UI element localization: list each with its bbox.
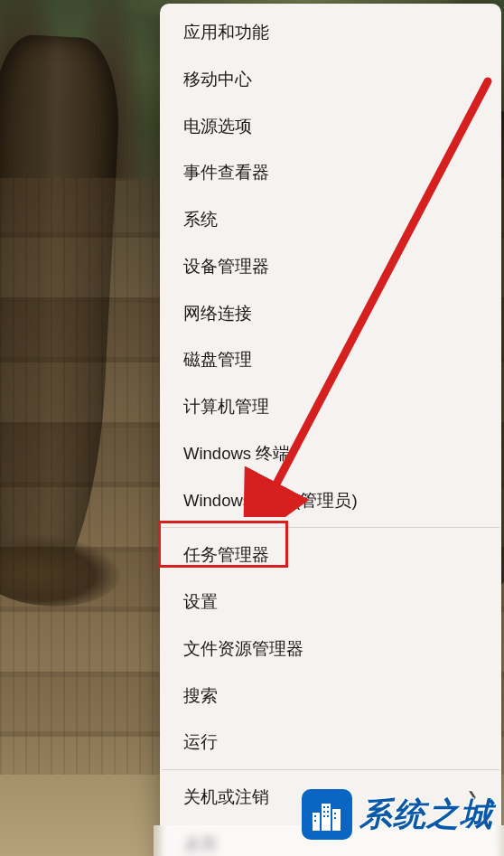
watermark: 系统之城 — [302, 789, 493, 840]
menu-item-device-manager[interactable]: 设备管理器 — [160, 243, 501, 290]
menu-item-label: 系统 — [183, 207, 218, 232]
menu-item-windows-terminal[interactable]: Windows 终端 — [160, 430, 501, 477]
svg-rect-7 — [323, 811, 325, 813]
menu-item-settings[interactable]: 设置 — [160, 579, 501, 626]
winx-context-menu: 应用和功能 移动中心 电源选项 事件查看器 系统 设备管理器 网络连接 磁盘管理… — [160, 4, 501, 856]
menu-item-system[interactable]: 系统 — [160, 196, 501, 243]
menu-item-apps-features[interactable]: 应用和功能 — [160, 9, 501, 56]
svg-rect-14 — [334, 817, 336, 819]
wallpaper-tree-left — [0, 33, 123, 599]
menu-item-label: 磁盘管理 — [183, 347, 252, 372]
menu-item-label: 搜索 — [183, 683, 218, 709]
svg-rect-10 — [327, 815, 329, 817]
menu-item-disk-management[interactable]: 磁盘管理 — [160, 336, 501, 383]
menu-divider — [162, 527, 499, 528]
menu-item-run[interactable]: 运行 — [160, 719, 501, 766]
svg-rect-9 — [323, 815, 325, 817]
menu-item-label: 电源选项 — [183, 114, 252, 139]
svg-rect-4 — [332, 809, 341, 831]
menu-item-search[interactable]: 搜索 — [160, 673, 501, 720]
menu-item-label: 运行 — [183, 729, 218, 755]
svg-rect-5 — [323, 806, 325, 808]
city-buildings-icon — [302, 789, 352, 840]
menu-item-label: 设置 — [183, 589, 218, 615]
menu-item-power-options[interactable]: 电源选项 — [160, 103, 501, 150]
svg-rect-12 — [314, 820, 316, 822]
menu-item-event-viewer[interactable]: 事件查看器 — [160, 149, 501, 196]
watermark-text: 系统之城 — [359, 793, 493, 837]
svg-rect-3 — [322, 804, 331, 831]
svg-rect-8 — [327, 811, 329, 813]
menu-item-label: 关机或注销 — [183, 785, 269, 810]
menu-item-task-manager[interactable]: 任务管理器 — [160, 531, 501, 579]
menu-item-windows-terminal-admin[interactable]: Windows 终端 (管理员) — [160, 477, 501, 524]
menu-item-file-explorer[interactable]: 文件资源管理器 — [160, 626, 501, 673]
menu-item-label: Windows 终端 (管理员) — [183, 488, 358, 513]
menu-item-mobility-center[interactable]: 移动中心 — [160, 56, 501, 103]
menu-item-label: 移动中心 — [183, 67, 252, 92]
svg-rect-6 — [327, 806, 329, 808]
menu-item-label: 文件资源管理器 — [183, 636, 303, 662]
menu-item-label: 计算机管理 — [183, 394, 269, 419]
menu-item-label: 事件查看器 — [183, 160, 269, 185]
svg-rect-11 — [314, 815, 316, 817]
menu-item-label: 任务管理器 — [183, 542, 269, 568]
menu-item-label: 设备管理器 — [183, 254, 269, 279]
menu-item-network-connections[interactable]: 网络连接 — [160, 290, 501, 337]
menu-item-label: Windows 终端 — [183, 441, 290, 466]
menu-item-label: 网络连接 — [183, 301, 252, 326]
menu-item-computer-management[interactable]: 计算机管理 — [160, 383, 501, 430]
svg-rect-13 — [334, 813, 336, 814]
menu-item-label: 应用和功能 — [183, 20, 269, 45]
menu-divider — [162, 769, 499, 770]
